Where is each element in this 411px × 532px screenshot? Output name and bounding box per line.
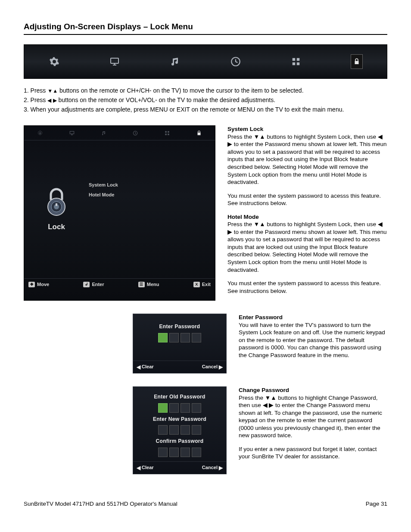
text-hotel-mode: Press the ▼▲ buttons to highlight System…	[227, 221, 386, 273]
exit-icon: X	[193, 282, 200, 287]
old-password-title: Enter Old Password	[137, 394, 222, 401]
password-input-boxes[interactable]	[137, 333, 222, 342]
footer-exit: XExit	[193, 281, 211, 287]
svg-rect-16	[56, 203, 57, 206]
menu-iconbar-screenshot	[24, 44, 387, 79]
left-right-arrows: ◀ ▶	[47, 98, 56, 103]
music-icon	[101, 130, 107, 136]
cancel-button[interactable]: Cancel ▶	[202, 364, 223, 370]
dpad-icon: ✥	[28, 282, 35, 287]
clear-button[interactable]: ◀ Clear	[137, 364, 154, 370]
menu-icon: ☰	[138, 282, 145, 287]
instructions-block: 1. Press ▼▲ buttons on the remote or CH+…	[24, 87, 387, 114]
monitor-icon	[69, 130, 75, 136]
monitor-icon	[109, 56, 121, 68]
cancel-button[interactable]: Cancel ▶	[202, 464, 223, 470]
change-password-dialog: Enter Old Password Enter New Password Co…	[133, 386, 227, 474]
svg-rect-11	[165, 134, 167, 135]
instruction-line-3: 3. When your adjustments are complete, p…	[24, 106, 387, 113]
instruction-line-2: 2. Press ◀ ▶ buttons on the remote or VO…	[24, 96, 387, 104]
confirm-password-title: Confirm Password	[137, 438, 222, 445]
instruction-line-1: 1. Press ▼▲ buttons on the remote or CH+…	[24, 87, 387, 94]
enter-password-dialog: Enter Password ◀ Clear Cancel ▶	[133, 314, 227, 373]
new-password-input[interactable]	[137, 425, 222, 435]
text-system-lock: Press the ▼▲ buttons to highlight System…	[227, 134, 386, 185]
enter-password-title: Enter Password	[137, 324, 222, 330]
lock-icon	[196, 130, 202, 136]
grid-icon	[290, 56, 302, 68]
left-arrow-icon: ◀	[137, 364, 140, 370]
page-title: Adjusting On-Screen Displays – Lock Menu	[24, 22, 387, 35]
confirm-password-input[interactable]	[137, 448, 222, 457]
enter-icon: ↲	[83, 282, 90, 287]
footer-page: Page 31	[366, 500, 387, 508]
clock-icon	[132, 130, 138, 136]
lock-icon	[351, 56, 363, 68]
text-system-lock-note: You must enter the system password to ac…	[227, 192, 387, 207]
text-change-password-note: If you enter a new password but forget i…	[239, 445, 387, 460]
old-password-input[interactable]	[137, 403, 222, 413]
gear-icon	[48, 56, 60, 68]
right-arrow-icon: ▶	[219, 364, 223, 370]
gear-icon	[37, 130, 43, 136]
clear-button[interactable]: ◀ Clear	[137, 464, 154, 470]
heading-change-password: Change Password	[239, 387, 289, 393]
grid-icon	[164, 130, 170, 136]
left-arrow-icon: ◀	[137, 465, 140, 470]
svg-rect-2	[293, 58, 295, 60]
svg-rect-9	[165, 131, 167, 133]
music-icon	[169, 56, 181, 68]
svg-rect-0	[111, 58, 118, 63]
footer-menu: ☰Menu	[138, 281, 159, 287]
svg-rect-10	[168, 131, 169, 133]
footer-move: ✥Move	[28, 281, 49, 287]
svg-rect-7	[70, 131, 74, 134]
padlock-graphic	[41, 187, 72, 217]
new-password-title: Enter New Password	[137, 416, 222, 423]
svg-rect-4	[293, 62, 295, 65]
menu-item-hotel-mode[interactable]: Hotel Mode	[89, 192, 215, 198]
text-hotel-mode-note: You must enter the system password to ac…	[227, 280, 387, 295]
footer-model: SunBriteTV Model 4717HD and 5517HD Opera…	[24, 500, 177, 508]
svg-rect-3	[297, 58, 299, 60]
lock-menu-screenshot: Lock System Lock Hotel Mode ✥Move ↲Enter…	[24, 125, 215, 301]
text-enter-password: You will have to enter the TV's password…	[239, 322, 385, 358]
heading-enter-password: Enter Password	[239, 314, 283, 320]
heading-hotel-mode: Hotel Mode	[227, 214, 259, 220]
right-arrow-icon: ▶	[219, 465, 223, 470]
svg-point-6	[39, 132, 41, 134]
menu-item-system-lock[interactable]: System Lock	[89, 182, 215, 188]
clock-icon	[230, 56, 242, 68]
down-up-arrows: ▼▲	[47, 88, 58, 93]
lock-menu-title: Lock	[48, 222, 65, 232]
svg-rect-12	[168, 134, 169, 135]
text-change-password: Press the ▼▲ buttons to highlight Change…	[239, 395, 382, 439]
footer-enter: ↲Enter	[83, 281, 104, 287]
svg-rect-5	[297, 62, 299, 65]
heading-system-lock: System Lock	[227, 126, 263, 132]
